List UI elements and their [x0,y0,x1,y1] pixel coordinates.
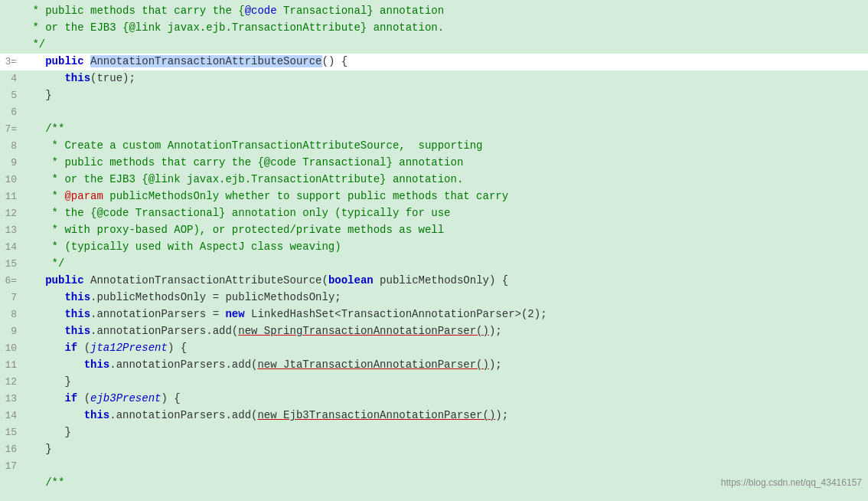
line-text: * the {@code Transactional} annotation o… [23,205,868,222]
line-number: 11 [0,189,23,205]
line-22: 11 this.annotationParsers.add(new JtaTra… [0,357,868,374]
line-number: 13 [0,223,23,238]
line-number: 3= [0,54,23,70]
line-text: * Create a custom AnnotationTransactionA… [23,138,868,155]
line-text: this.annotationParsers.add(new JtaTransa… [23,357,868,374]
line-number: 5 [0,88,23,103]
line-17: 6= public AnnotationTransactionAttribute… [0,273,868,290]
line-text: } [23,424,868,441]
line-9: 8 * Create a custom AnnotationTransactio… [0,138,868,155]
line-text: * or the EJB3 {@link javax.ejb.Transacti… [23,20,868,37]
line-18: 7 this.publicMethodsOnly = publicMethods… [0,290,868,306]
line-2: * or the EJB3 {@link javax.ejb.Transacti… [0,20,868,37]
line-text: } [23,441,868,458]
line-number: 14 [0,408,23,424]
line-19: 8 this.annotationParsers = new LinkedHas… [0,306,868,323]
line-number: 10 [0,341,23,356]
line-text: * public methods that carry the {@code T… [23,3,868,20]
line-number: 10 [0,172,23,188]
line-number: 9 [0,156,23,171]
line-number: 12 [0,206,23,221]
line-16: 15 */ [0,256,868,273]
line-21: 10 if (jta12Present) { [0,340,868,357]
line-text: this(true); [23,70,868,87]
line-10: 9 * public methods that carry the {@code… [0,155,868,172]
line-text: /** [23,121,868,138]
line-1: * public methods that carry the {@code T… [0,3,868,20]
line-number: 8 [0,307,23,323]
line-text: */ [23,256,868,273]
line-15: 14 * (typically used with AspectJ class … [0,239,868,256]
line-text: * or the EJB3 {@link javax.ejb.Transacti… [23,172,868,188]
line-number: 15 [0,257,23,272]
line-3: */ [0,37,868,54]
line-text: public AnnotationTransactionAttributeSou… [23,54,868,70]
line-number: 6 [0,105,23,120]
line-8: 7= /** [0,121,868,138]
line-23: 12 } [0,374,868,391]
line-5: 4 this(true); [0,70,868,87]
line-number: 9 [0,324,23,339]
line-6: 5 } [0,87,868,104]
line-text: this.publicMethodsOnly = publicMethodsOn… [23,290,868,306]
line-27: 16 } [0,441,868,458]
line-12: 11 * @param publicMethodsOnly whether to… [0,188,868,205]
line-text: if (jta12Present) { [23,340,868,357]
line-text [23,458,868,475]
line-text: } [23,374,868,391]
line-4: 3= public AnnotationTransactionAttribute… [0,54,868,70]
line-25: 14 this.annotationParsers.add(new Ejb3Tr… [0,408,868,424]
line-text: public AnnotationTransactionAttributeSou… [23,273,868,290]
line-number: 4 [0,71,23,87]
line-text: * (typically used with AspectJ class wea… [23,239,868,256]
code-viewer: * public methods that carry the {@code T… [0,0,868,495]
line-text: this.annotationParsers.add(new SpringTra… [23,323,868,340]
line-number: 8 [0,139,23,154]
line-number: 11 [0,358,23,373]
line-number: 15 [0,425,23,440]
line-text: } [23,87,868,104]
line-text: this.annotationParsers = new LinkedHashS… [23,306,868,323]
line-24: 13 if (ejb3Present) { [0,391,868,408]
line-number: 17 [0,459,23,474]
line-26: 15 } [0,424,868,441]
line-text: */ [23,37,868,54]
line-13: 12 * the {@code Transactional} annotatio… [0,205,868,222]
line-text: * with proxy-based AOP), or protected/pr… [23,222,868,239]
line-number: 14 [0,240,23,255]
line-11: 10 * or the EJB3 {@link javax.ejb.Transa… [0,172,868,188]
line-number: 13 [0,391,23,407]
line-number: 12 [0,375,23,390]
line-text: this.annotationParsers.add(new Ejb3Trans… [23,408,868,424]
line-text: * public methods that carry the {@code T… [23,155,868,172]
line-28: 17 [0,458,868,475]
line-7: 6 [0,104,868,121]
line-text: * @param publicMethodsOnly whether to su… [23,188,868,205]
watermark: https://blog.csdn.net/qq_43416157 [721,476,862,490]
line-number: 16 [0,442,23,457]
line-text: if (ejb3Present) { [23,391,868,408]
line-number: 7 [0,290,23,306]
line-text [23,104,868,121]
line-20: 9 this.annotationParsers.add(new SpringT… [0,323,868,340]
line-number: 6= [0,273,23,289]
line-number: 7= [0,122,23,137]
line-14: 13 * with proxy-based AOP), or protected… [0,222,868,239]
